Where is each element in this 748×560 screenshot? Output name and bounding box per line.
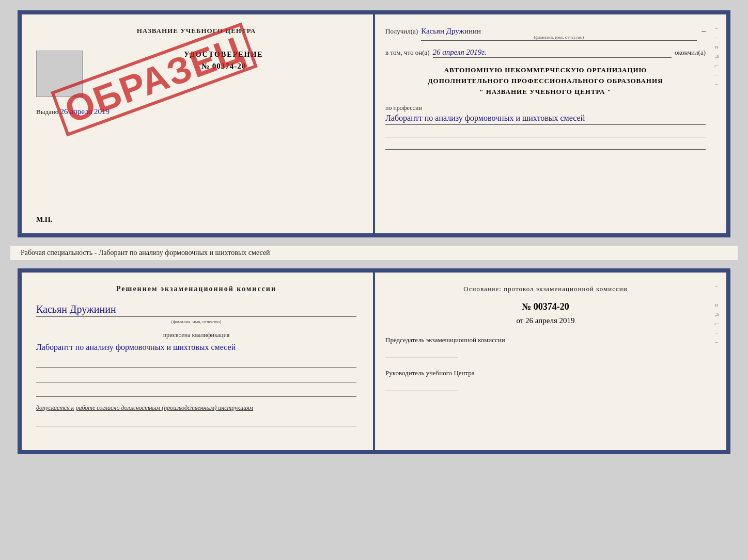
blank-line-1 <box>385 128 706 137</box>
bottom-name-sublabel: (фамилия, имя, отчество) <box>36 319 356 324</box>
profession-block: по профессии Лаборантт по анализу формов… <box>385 104 706 150</box>
received-line: Получил(а) Касьян Дружинин (фамилия, имя… <box>385 27 706 41</box>
cert-text-block: УДОСТОВЕРЕНИЕ № 00374-20 <box>91 51 356 76</box>
director-block: Руководитель учебного Центра <box>385 369 706 391</box>
osnov-title: Основание: протокол экзаменационной коми… <box>385 285 706 293</box>
date-value: 26 апреля 2019 <box>525 316 575 325</box>
qual-value: Лаборантт по анализу формовочных и шихто… <box>36 341 356 354</box>
bottom-name: Касьян Дружинин <box>36 303 356 317</box>
top-right-page: Получил(а) Касьян Дружинин (фамилия, имя… <box>371 14 726 233</box>
mp-label: М.П. <box>36 216 52 224</box>
допуск-text: допускается к работе согласно должностны… <box>36 404 356 412</box>
seal-placeholder <box>36 51 83 97</box>
decision-title: Решением экзаменационной комиссии <box>36 285 356 293</box>
name-sublabel: (фамилия, имя, отчество) <box>421 35 696 40</box>
date-prefix: от <box>516 316 523 325</box>
blank-3 <box>36 387 356 397</box>
profession-label: по профессии <box>385 104 706 112</box>
dash: – <box>702 27 706 36</box>
org-line1: АВТОНОМНУЮ НЕКОММЕРЧЕСКУЮ ОРГАНИЗАЦИЮ <box>385 65 706 76</box>
profession-value: Лаборантт по анализу формовочных и шихто… <box>385 112 706 125</box>
org-block: АВТОНОМНУЮ НЕКОММЕРЧЕСКУЮ ОРГАНИЗАЦИЮ ДО… <box>385 65 706 97</box>
chairman-block: Председатель экзаменационной комиссии <box>385 335 706 358</box>
right-decorative-lines: – – и ‚а ‹– – – <box>712 25 721 223</box>
chairman-label: Председатель экзаменационной комиссии <box>385 335 706 345</box>
issued-date: 26 апреля 2019 <box>60 107 110 116</box>
qual-label: присвоена квалификация <box>36 331 356 339</box>
top-left-page: НАЗВАНИЕ УЧЕБНОГО ЦЕНТРА УДОСТОВЕРЕНИЕ №… <box>22 14 371 233</box>
chairman-sign-line <box>385 347 458 358</box>
bottom-right-page: Основание: протокол экзаменационной коми… <box>371 273 726 450</box>
protocol-date: от 26 апреля 2019 <box>385 316 706 325</box>
middle-label-text: Рабочая специальность - Лаборант по анал… <box>21 249 270 257</box>
cert-issued: Выдано 26 апреля 2019 <box>36 107 356 116</box>
date-value: 26 апреля 2019г. <box>433 48 672 58</box>
cert-body: УДОСТОВЕРЕНИЕ № 00374-20 <box>36 51 356 97</box>
blank-2 <box>36 372 356 382</box>
middle-label: Рабочая специальность - Лаборант по анал… <box>10 246 738 260</box>
received-label: Получил(а) <box>385 27 418 36</box>
top-document: НАЗВАНИЕ УЧЕБНОГО ЦЕНТРА УДОСТОВЕРЕНИЕ №… <box>18 10 730 237</box>
bottom-name-block: Касьян Дружинин (фамилия, имя, отчество) <box>36 303 356 324</box>
received-name: Касьян Дружинин (фамилия, имя, отчество) <box>421 27 696 41</box>
issued-label: Выдано <box>36 108 58 116</box>
blank-line-2 <box>385 140 706 150</box>
protocol-number: № 00374-20 <box>385 301 706 312</box>
допуск-label: допускается к <box>36 404 74 411</box>
cert-number: № 00374-20 <box>91 62 356 71</box>
right-decorative-lines-bottom: – – и ‚а ‹– – – <box>712 283 721 440</box>
org-line2: ДОПОЛНИТЕЛЬНОГО ПРОФЕССИОНАЛЬНОГО ОБРАЗО… <box>385 76 706 87</box>
bottom-document: Решением экзаменационной комиссии Касьян… <box>18 268 730 454</box>
date-label: в том, что он(а) <box>385 49 430 57</box>
допуск-value: работе согласно должностным (производств… <box>75 404 253 411</box>
bottom-left-page: Решением экзаменационной комиссии Касьян… <box>22 273 371 450</box>
finished-label: окончил(а) <box>675 49 706 57</box>
director-sign-line <box>385 380 458 391</box>
director-label: Руководитель учебного Центра <box>385 369 706 378</box>
blank-1 <box>36 358 356 368</box>
blank-4 <box>36 416 356 426</box>
cert-title: НАЗВАНИЕ УЧЕБНОГО ЦЕНТРА <box>36 27 356 35</box>
date-line: в том, что он(а) 26 апреля 2019г. окончи… <box>385 48 706 58</box>
org-line3: " НАЗВАНИЕ УЧЕБНОГО ЦЕНТРА " <box>385 87 706 98</box>
cert-label: УДОСТОВЕРЕНИЕ <box>91 51 356 59</box>
received-name-text: Касьян Дружинин <box>421 27 481 35</box>
